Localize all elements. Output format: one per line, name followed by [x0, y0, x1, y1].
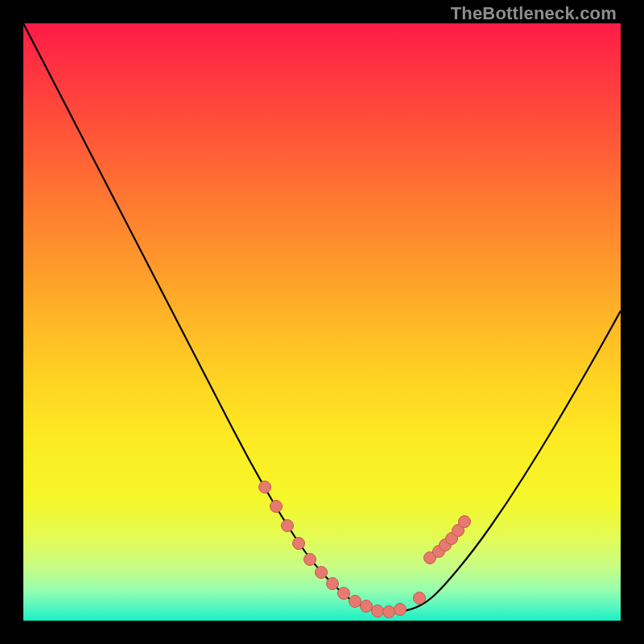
curve-marker	[316, 567, 328, 579]
bottleneck-curve	[23, 23, 621, 612]
curve-marker	[259, 481, 271, 493]
curve-marker	[383, 606, 395, 618]
curve-marker	[270, 501, 283, 513]
curve-marker	[372, 605, 384, 617]
chart-plot-area	[23, 23, 621, 621]
curve-marker	[459, 516, 471, 528]
watermark-text: TheBottleneck.com	[451, 3, 617, 24]
curve-marker	[414, 592, 426, 605]
curve-marker	[349, 596, 361, 608]
curve-marker	[338, 588, 350, 600]
curve-marker	[293, 538, 305, 550]
curve-marker	[361, 601, 373, 613]
curve-markers	[259, 481, 471, 618]
curve-marker	[394, 604, 407, 616]
curve-marker	[304, 554, 316, 566]
chart-frame: TheBottleneck.com	[0, 0, 644, 644]
curve-marker	[327, 578, 339, 590]
chart-overlay	[23, 23, 621, 621]
curve-marker	[282, 520, 294, 532]
